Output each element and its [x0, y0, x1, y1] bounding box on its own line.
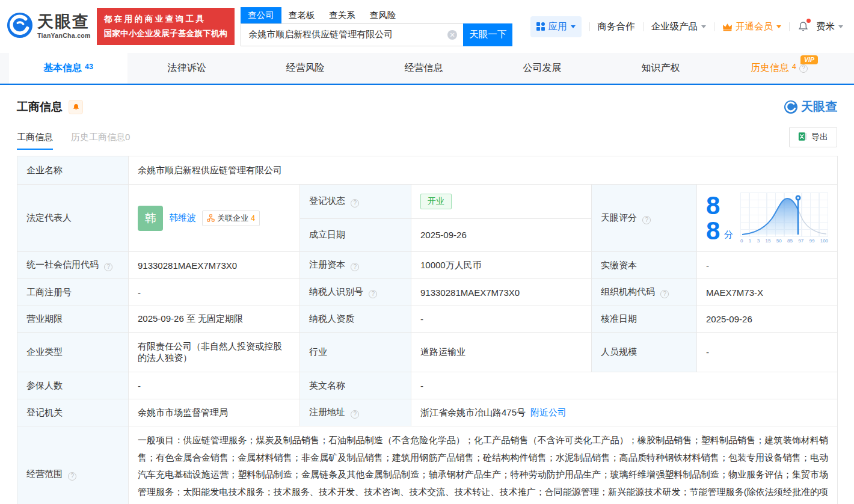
help-icon[interactable]: [660, 290, 669, 298]
search-tab-boss[interactable]: 查老板: [281, 7, 322, 23]
tab-legal[interactable]: 法律诉讼: [127, 53, 246, 84]
company-tabbar: 基本信息43 法律诉讼 经营风险 经营信息 公司发展 知识产权 VIP 历史信息…: [0, 53, 854, 85]
field-label: 纳税人识别号: [300, 279, 411, 306]
nav-vip-upgrade[interactable]: 开通会员: [722, 20, 781, 33]
watermark-text: 天眼查: [801, 99, 837, 115]
legal-rep-cell: 韩 韩维波 关联企业 4: [129, 185, 300, 252]
nav-enterprise[interactable]: 企业级产品: [651, 20, 707, 33]
table-row: 登记机关 余姚市市场监督管理局 注册地址 浙江省余姚市冶山路475号附近公司: [17, 399, 838, 426]
company-type-value: 有限责任公司（非自然人投资或控股的法人独资）: [129, 333, 300, 372]
apps-menu[interactable]: 应用: [530, 16, 582, 37]
legal-rep-link[interactable]: 韩维波: [169, 212, 196, 224]
subtab-history-business-info[interactable]: 历史工商信息0: [71, 132, 130, 150]
divider: [789, 22, 790, 31]
reg-status-value: 开业: [411, 185, 592, 219]
crown-icon: [722, 22, 733, 31]
section-title: 工商信息: [17, 99, 63, 115]
paid-capital-value: -: [697, 252, 838, 279]
excel-icon: [798, 132, 808, 143]
tab-history-info[interactable]: VIP 历史信息4: [720, 53, 838, 84]
tab-company-development[interactable]: 公司发展: [483, 53, 601, 84]
business-term-value: 2025-09-26 至 无固定期限: [129, 306, 300, 333]
table-row: 工商注册号 - 纳税人识别号 91330281MAEX7M73X0 组织机构代码…: [17, 279, 838, 306]
approval-date-value: 2025-09-26: [697, 306, 838, 333]
english-name-value: -: [411, 372, 838, 399]
help-icon[interactable]: [799, 64, 808, 73]
subtab-business-info[interactable]: 工商信息: [17, 132, 53, 150]
field-label: 工商注册号: [17, 279, 129, 306]
legal-rep-avatar[interactable]: 韩: [138, 206, 163, 231]
search-area: 查公司 查老板 查关系 查风险 天眼一下: [241, 7, 512, 46]
insured-count-value: -: [129, 372, 300, 399]
subtabs: 工商信息 历史工商信息0 导出: [17, 127, 837, 150]
status-badge: 开业: [420, 194, 452, 209]
logo-domain: TianYanCha.com: [37, 32, 91, 39]
help-icon[interactable]: [104, 263, 112, 271]
table-row: 营业期限 2025-09-26 至 无固定期限 纳税人资质 - 核准日期 202…: [17, 306, 838, 333]
search-button[interactable]: 天眼一下: [463, 23, 512, 46]
export-button[interactable]: 导出: [789, 127, 837, 147]
chevron-down-icon: [838, 25, 843, 28]
search-tabs: 查公司 查老板 查关系 查风险: [241, 7, 512, 23]
divider: [643, 22, 644, 31]
help-icon[interactable]: [351, 263, 359, 271]
reg-number-value: -: [129, 279, 300, 306]
clear-search-icon[interactable]: [447, 30, 457, 40]
user-menu[interactable]: 费米: [816, 20, 843, 33]
tab-basic-info[interactable]: 基本信息43: [9, 53, 127, 84]
divider: [714, 22, 714, 31]
help-icon[interactable]: [351, 410, 359, 419]
search-input[interactable]: [241, 23, 463, 46]
subscribe-bell-icon[interactable]: [69, 100, 83, 114]
tab-intellectual-property[interactable]: 知识产权: [601, 53, 720, 84]
reg-capital-value: 10000万人民币: [411, 252, 592, 279]
company-name-value: 余姚市顺启新程供应链管理有限公司: [129, 156, 838, 185]
field-label: 人员规模: [592, 333, 697, 372]
industry-value: 道路运输业: [411, 333, 592, 372]
staff-size-value: -: [697, 333, 838, 372]
page: 天眼查 TianYanCha.com 都在用的商业查询工具 国家中小企业发展子基…: [0, 0, 854, 504]
business-info-table: 企业名称 余姚市顺启新程供应链管理有限公司 法定代表人 韩 韩维波 关联企业 4: [17, 156, 838, 504]
org-code-value: MAEX7M73-X: [697, 279, 838, 306]
field-label: 注册资本: [300, 252, 411, 279]
score-value: 88: [706, 193, 724, 244]
nav-cooperation[interactable]: 商务合作: [598, 20, 635, 33]
search-tab-risk[interactable]: 查风险: [363, 7, 404, 23]
score-chart-ticks: 0131550859799100: [740, 238, 828, 244]
help-icon[interactable]: [369, 290, 377, 298]
business-scope-value: 一般项目：供应链管理服务；煤炭及制品销售；石油制品制造（不含危险化学品）；化工产…: [129, 426, 838, 504]
search-tab-company[interactable]: 查公司: [241, 7, 281, 23]
field-label: 纳税人资质: [300, 306, 411, 333]
field-label: 登记状态: [300, 185, 411, 219]
table-row: 经营范围 一般项目：供应链管理服务；煤炭及制品销售；石油制品制造（不含危险化学品…: [17, 426, 838, 504]
field-label: 经营范围: [17, 426, 129, 504]
field-label: 行业: [300, 333, 411, 372]
taxpayer-quality-value: -: [411, 306, 592, 333]
notification-bell-icon[interactable]: [797, 20, 809, 32]
watermark-logo: 天眼查: [784, 99, 837, 115]
help-icon[interactable]: [351, 199, 359, 207]
tab-operation-risk[interactable]: 经营风险: [246, 53, 364, 84]
reg-address-value: 浙江省余姚市冶山路475号附近公司: [411, 399, 838, 426]
divider: [589, 22, 590, 31]
field-label: 法定代表人: [17, 185, 129, 252]
nearby-companies-link[interactable]: 附近公司: [530, 407, 567, 417]
est-date-value: 2025-09-26: [411, 218, 592, 251]
network-icon: [207, 214, 215, 222]
vip-badge: VIP: [800, 55, 818, 64]
field-label: 企业类型: [17, 333, 129, 372]
score-unit: 分: [724, 229, 733, 241]
related-companies-badge[interactable]: 关联企业 4: [202, 211, 260, 226]
help-icon[interactable]: [68, 472, 76, 481]
apps-grid-icon: [536, 22, 545, 31]
chevron-down-icon: [701, 25, 706, 28]
promo-line1: 都在用的商业查询工具: [104, 12, 228, 26]
score-cell: 88 分: [697, 185, 838, 252]
tab-operation-info[interactable]: 经营信息: [364, 53, 483, 84]
tianyancha-logo[interactable]: 天眼查 TianYanCha.com: [6, 11, 91, 41]
taxpayer-id-value: 91330281MAEX7M73X0: [411, 279, 592, 306]
help-icon[interactable]: [642, 216, 651, 224]
field-label: 成立日期: [300, 218, 411, 251]
field-label: 参保人数: [17, 372, 129, 399]
search-tab-relation[interactable]: 查关系: [322, 7, 363, 23]
